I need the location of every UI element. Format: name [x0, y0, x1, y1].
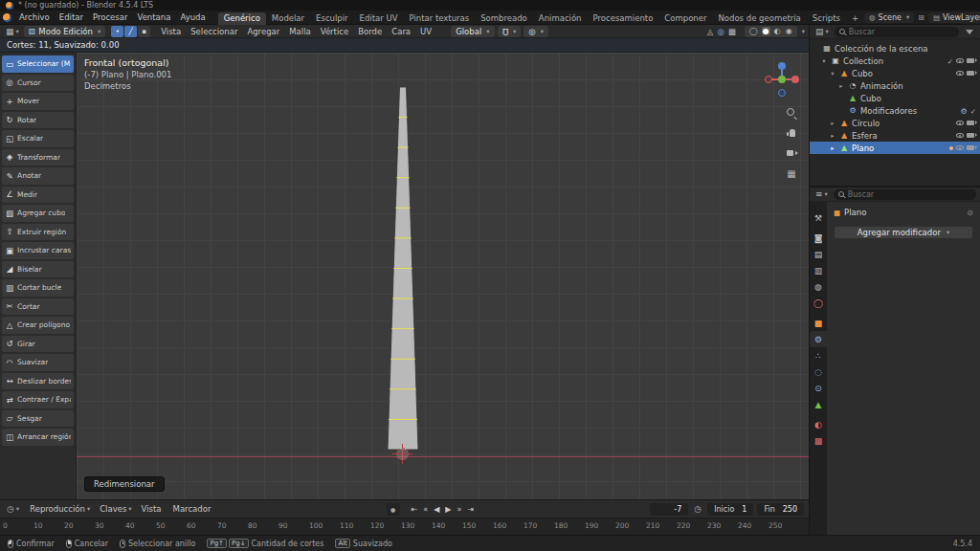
play-button[interactable]: ▶	[445, 505, 451, 514]
menu-borde[interactable]: Borde	[353, 27, 387, 36]
outliner-row-modificadores[interactable]: ⚙ Modificadores	[810, 104, 980, 117]
tool-poly-build[interactable]: △ Crear polígono	[2, 317, 74, 334]
menu-vertice[interactable]: Vértice	[316, 27, 353, 36]
workspace-tab-scripts[interactable]: Scripts	[807, 12, 846, 25]
menu-uv[interactable]: UV	[415, 27, 436, 36]
tool-cursor[interactable]: ◎ Cursor	[2, 75, 74, 92]
tab-texture[interactable]: ▩	[810, 432, 827, 449]
axis-x-negative-icon[interactable]	[765, 76, 772, 83]
workspace-tab-nodos-geometria[interactable]: Nodos de geometría	[712, 12, 806, 25]
editor-type-icon[interactable]: ▦▾	[4, 27, 21, 36]
workspace-tab-pintar-texturas[interactable]: Pintar texturas	[403, 12, 475, 25]
viewlayer-selector[interactable]: ▤ ViewLayer	[928, 12, 980, 23]
vertex-select-toggle[interactable]: •	[111, 26, 123, 37]
outliner-row-scene-collection[interactable]: ▦ Colección de la escena	[810, 42, 980, 55]
pan-hand-icon[interactable]	[785, 126, 798, 140]
eye-icon[interactable]	[956, 145, 964, 151]
tool-select-box[interactable]: ▭ Seleccionar (M...	[2, 55, 74, 73]
expand-arrow-icon[interactable]: ▸	[829, 132, 836, 140]
tool-bevel[interactable]: ◢ Biselar	[2, 261, 74, 278]
tool-spin[interactable]: ↺ Girar	[2, 336, 74, 353]
expand-arrow-icon[interactable]: ▸	[829, 120, 836, 127]
properties-editor-icon[interactable]: ≡▾	[813, 189, 830, 199]
axis-y-icon[interactable]	[778, 76, 786, 83]
viewport-3d[interactable]: Frontal (ortogonal) (-7) Plano | Plano.0…	[77, 53, 809, 499]
tool-smooth[interactable]: ◠ Suavizar	[2, 354, 74, 371]
tool-move[interactable]: + Mover	[2, 93, 74, 110]
tool-transform[interactable]: ◈ Transformar	[2, 149, 74, 166]
shading-wireframe-icon[interactable]: ◯	[748, 27, 759, 35]
workspace-tab-sombreado[interactable]: Sombreado	[475, 12, 533, 25]
check-icon[interactable]	[970, 106, 976, 116]
tool-add-cube[interactable]: ▧ Agregar cubo	[2, 205, 74, 222]
tool-knife[interactable]: ✂ Cortar	[2, 298, 74, 316]
edge-select-toggle[interactable]: ╱	[124, 26, 137, 37]
pin-icon[interactable]: ⊙	[967, 209, 973, 217]
eye-icon[interactable]	[956, 71, 964, 77]
outliner-row-esfera[interactable]: ▸ ▲ Esfera	[810, 129, 980, 142]
eye-icon[interactable]	[956, 121, 964, 126]
tool-shrink-fatten[interactable]: ⇄ Contraer / Expa...	[2, 391, 74, 408]
menu-agregar[interactable]: Agregar	[242, 27, 284, 36]
toggle-xray-icon[interactable]: ▩	[728, 27, 736, 36]
eye-icon[interactable]	[956, 58, 964, 64]
tab-scene[interactable]: ◍	[810, 278, 827, 295]
keying-clock-icon[interactable]: ◷	[692, 504, 703, 514]
shading-dropdown-caret[interactable]: ▾	[802, 28, 805, 35]
tool-edge-slide[interactable]: ↔ Deslizar bordes	[2, 373, 74, 390]
menu-cara[interactable]: Cara	[387, 27, 415, 36]
camera-view-icon[interactable]	[785, 146, 798, 160]
shading-material-icon[interactable]: ◐	[773, 27, 782, 35]
tab-world[interactable]: ◯	[810, 295, 827, 311]
workspace-tab-componer[interactable]: Componer	[658, 12, 712, 25]
ortho-grid-icon[interactable]	[785, 166, 798, 180]
camera-icon[interactable]	[967, 133, 974, 139]
menu-procesar[interactable]: Procesar	[88, 12, 133, 22]
show-overlays-icon[interactable]: ◎	[717, 27, 724, 36]
tool-rotate[interactable]: ↻ Rotar	[2, 112, 74, 129]
operator-redo-panel[interactable]: Redimensionar	[84, 476, 165, 492]
jump-end-button[interactable]: ⇥	[467, 505, 474, 514]
jump-start-button[interactable]: ⇤	[412, 505, 418, 514]
proportional-edit-toggle[interactable]: ◎ ▾	[523, 26, 548, 37]
workspace-tab-add[interactable]: +	[846, 12, 864, 25]
outliner-search[interactable]	[835, 27, 959, 37]
workspace-tab-editar-uv[interactable]: Editar UV	[354, 12, 404, 25]
play-reverse-button[interactable]: ◀	[434, 505, 439, 514]
frame-end-field[interactable]: Fin250	[757, 503, 804, 516]
outliner-row-animacion[interactable]: ▸ ◔ Animación	[810, 79, 980, 92]
tab-object[interactable]: ■	[810, 315, 827, 331]
workspace-tab-esculpir[interactable]: Esculpir	[310, 12, 353, 25]
expand-arrow-icon[interactable]: ▸	[829, 144, 836, 152]
next-keyframe-button[interactable]: »	[457, 505, 462, 514]
tool-annotate[interactable]: ✎ Anotar	[2, 167, 74, 185]
add-modifier-button[interactable]: Agregar modificador ▾	[834, 226, 973, 239]
mode-selector[interactable]: ▧ Modo Edición ▾	[24, 26, 105, 37]
camera-icon[interactable]	[967, 121, 974, 126]
camera-icon[interactable]	[967, 145, 974, 151]
expand-arrow-icon[interactable]: ▾	[820, 57, 828, 65]
tool-shear[interactable]: ▱ Sesgar	[2, 410, 74, 428]
camera-icon[interactable]	[967, 58, 974, 64]
shading-rendered-icon[interactable]: ◉	[785, 27, 793, 35]
menu-claves[interactable]: Claves▾	[95, 504, 136, 514]
zoom-icon[interactable]	[785, 106, 798, 120]
properties-search[interactable]	[834, 189, 976, 200]
axis-z-negative-icon[interactable]	[778, 89, 786, 97]
timeline-editor-icon[interactable]: ◷▾	[5, 504, 21, 514]
tool-extrude-region[interactable]: ⇧ Extruir región	[2, 224, 74, 241]
menu-marcador[interactable]: Marcador	[168, 504, 218, 514]
scene-selector[interactable]: ◍ Scene ▾	[864, 12, 914, 23]
mesh-plano-object[interactable]	[374, 84, 432, 453]
dot-icon[interactable]	[949, 146, 953, 150]
new-scene-button[interactable]: ⊞	[917, 13, 925, 22]
workspace-tab-modelar[interactable]: Modelar	[266, 12, 310, 25]
axis-z-icon[interactable]	[778, 62, 786, 70]
tab-object-data[interactable]: ▲	[810, 396, 827, 412]
axis-x-icon[interactable]	[791, 76, 799, 83]
tab-tool[interactable]: ⚒	[810, 209, 827, 226]
tool-rip-region[interactable]: ◫ Arrancar región	[2, 429, 74, 446]
show-gizmo-icon[interactable]: ◬	[707, 27, 714, 36]
tab-material[interactable]: ◐	[810, 416, 827, 432]
check-icon[interactable]	[947, 56, 953, 66]
